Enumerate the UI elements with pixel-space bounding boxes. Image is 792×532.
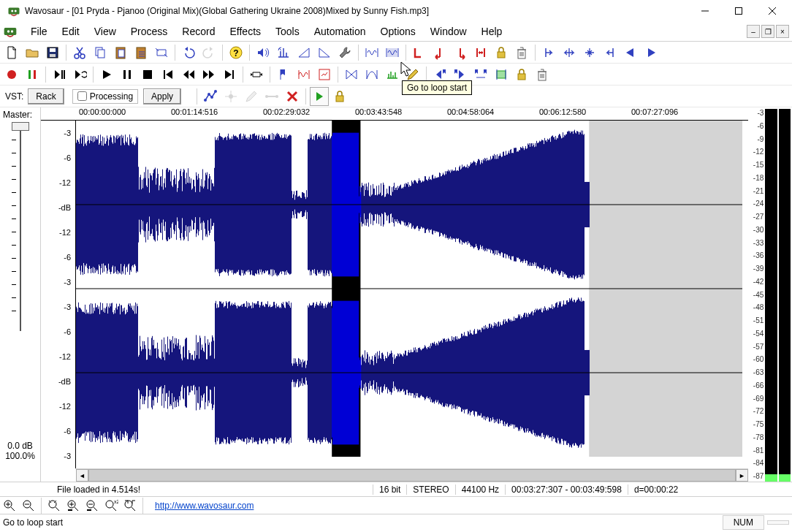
waveform-canvas-wrap[interactable] [76, 121, 748, 468]
record-icon[interactable] [2, 65, 21, 84]
env-lock-icon[interactable] [330, 87, 349, 106]
scroll-left-button[interactable]: ◄ [76, 469, 88, 482]
marker-range-icon[interactable] [471, 65, 490, 84]
rack-button[interactable]: Rack [28, 88, 64, 104]
close-button[interactable] [755, 0, 789, 22]
db-label: -12 [41, 344, 75, 369]
markers-lock-icon[interactable] [512, 65, 531, 84]
apply-button[interactable]: Apply [143, 88, 181, 104]
play-env-icon[interactable] [310, 87, 329, 106]
select-all-wave-icon[interactable] [383, 43, 402, 62]
selection-to-markers-icon[interactable] [492, 65, 511, 84]
marker-start-icon[interactable] [539, 43, 558, 62]
env-reset-icon[interactable] [262, 87, 281, 106]
envelope-icon[interactable] [201, 87, 220, 106]
scroll-right-button[interactable]: ► [736, 469, 748, 482]
horizontal-scrollbar[interactable]: ◄ ► [76, 468, 748, 482]
marker-split-icon[interactable] [560, 43, 579, 62]
go-end-icon[interactable] [220, 65, 239, 84]
resample-icon[interactable] [383, 65, 402, 84]
menu-edit[interactable]: Edit [55, 23, 87, 39]
open-file-icon[interactable] [23, 43, 42, 62]
cut-icon[interactable] [70, 43, 89, 62]
play-repeat-icon[interactable] [70, 65, 89, 84]
fader-knob[interactable] [12, 122, 29, 131]
processing-checkbox-wrap[interactable]: Processing [72, 89, 138, 104]
mdi-restore-button[interactable]: ❐ [761, 25, 774, 38]
select-wave-icon[interactable] [362, 43, 381, 62]
interpolate-icon[interactable] [362, 65, 381, 84]
volume-icon[interactable] [254, 43, 273, 62]
menu-view[interactable]: View [87, 23, 123, 39]
master-fader[interactable] [16, 126, 25, 331]
fade-in-icon[interactable] [294, 43, 313, 62]
svg-point-13 [75, 54, 79, 58]
minimize-button[interactable] [688, 0, 722, 22]
zoom-x2-icon[interactable]: x2 [102, 498, 120, 514]
loop-start-icon[interactable] [430, 43, 449, 62]
paste-icon[interactable] [111, 43, 130, 62]
loop-end-icon[interactable] [451, 43, 470, 62]
menu-file[interactable]: File [23, 23, 55, 39]
status-message: Go to loop start [0, 517, 723, 528]
stop-icon[interactable] [138, 65, 157, 84]
menu-options[interactable]: Options [373, 23, 423, 39]
go-start-icon[interactable] [159, 65, 178, 84]
crop-icon[interactable] [152, 43, 171, 62]
maximize-button[interactable] [722, 0, 755, 22]
time-ruler[interactable]: 00:00:00:000 00:01:14:516 00:02:29:032 0… [41, 107, 748, 121]
play-pause-icon[interactable] [50, 65, 69, 84]
delete-loop-icon[interactable] [512, 43, 531, 62]
loop-sel-icon[interactable] [471, 43, 490, 62]
mdi-close-button[interactable]: × [776, 25, 789, 38]
save-file-icon[interactable] [43, 43, 62, 62]
undo-icon[interactable] [179, 43, 198, 62]
zoom-full-icon[interactable] [121, 498, 139, 514]
menu-automation[interactable]: Automation [307, 23, 373, 39]
processing-checkbox[interactable] [77, 91, 87, 101]
zoom-sel-out-icon[interactable] [83, 498, 101, 514]
env-draw-icon[interactable] [242, 87, 261, 106]
loop-set-icon[interactable] [410, 43, 429, 62]
marker-add-icon[interactable] [274, 65, 293, 84]
play-icon[interactable] [97, 65, 116, 84]
help-icon[interactable]: ? [226, 43, 245, 62]
fade-out-icon[interactable] [315, 43, 334, 62]
normalize-icon[interactable] [274, 43, 293, 62]
lock-loop-icon[interactable] [492, 43, 511, 62]
copy-icon[interactable] [91, 43, 110, 62]
zoom-out-icon[interactable] [20, 498, 37, 514]
env-point-add-icon[interactable] [221, 87, 240, 106]
marker-export-icon[interactable] [315, 65, 334, 84]
play-prev-icon[interactable] [621, 43, 640, 62]
rewind-icon[interactable] [179, 65, 198, 84]
menu-record[interactable]: Record [175, 23, 222, 39]
forward-icon[interactable] [199, 65, 218, 84]
new-file-icon[interactable] [2, 43, 21, 62]
menu-help[interactable]: Help [474, 23, 510, 39]
menu-process[interactable]: Process [123, 23, 175, 39]
crossfade-icon[interactable] [342, 65, 361, 84]
paste-mix-icon[interactable] [132, 43, 151, 62]
scroll-track[interactable] [88, 469, 736, 482]
redo-icon[interactable] [199, 43, 218, 62]
mdi-minimize-button[interactable]: – [747, 25, 760, 38]
zoom-fit-icon[interactable] [45, 498, 63, 514]
menu-window[interactable]: Window [423, 23, 474, 39]
zoom-in-icon[interactable] [1, 498, 18, 514]
marker-end-icon[interactable] [601, 43, 620, 62]
play-next-icon[interactable] [641, 43, 660, 62]
loop-toggle-icon[interactable] [247, 65, 266, 84]
marker-wave-icon[interactable] [294, 65, 313, 84]
wrench-icon[interactable] [335, 43, 354, 62]
menu-effects[interactable]: Effects [223, 23, 269, 39]
input-meter-icon[interactable] [23, 65, 42, 84]
markers-delete-icon[interactable] [533, 65, 552, 84]
scroll-thumb[interactable] [88, 469, 736, 482]
pause-icon[interactable] [118, 65, 137, 84]
website-link[interactable]: http://www.wavosaur.com [155, 501, 254, 511]
marker-center-icon[interactable] [580, 43, 599, 62]
menu-tools[interactable]: Tools [268, 23, 307, 39]
env-delete-icon[interactable] [283, 87, 302, 106]
zoom-sel-in-icon[interactable] [64, 498, 82, 514]
